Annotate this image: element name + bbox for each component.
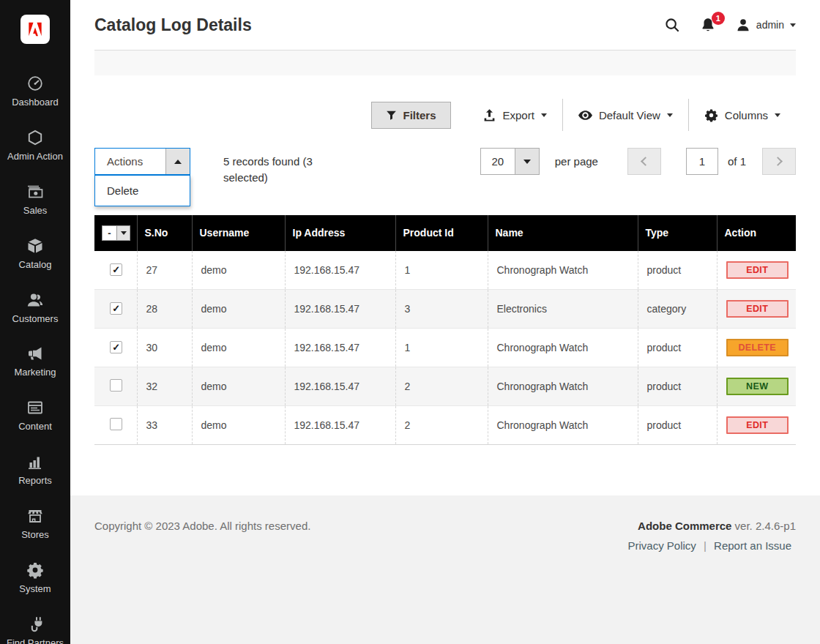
column-header-type[interactable]: Type [638, 215, 717, 251]
sidebar-item-admin-action[interactable]: Admin Action [0, 129, 70, 163]
export-label: Export [503, 109, 534, 121]
chevron-right-icon [773, 157, 783, 166]
page-size-select[interactable]: 20 [480, 148, 540, 175]
cell-username: demo [192, 289, 285, 328]
column-header-sno[interactable]: S.No [137, 215, 192, 251]
admin-account-menu[interactable]: admin [736, 18, 796, 32]
default-view-button[interactable]: Default View [563, 102, 688, 129]
sidebar-item-reports[interactable]: Reports [0, 453, 70, 487]
search-icon[interactable] [664, 17, 680, 33]
action-badge: NEW [726, 378, 789, 395]
chevron-down-icon[interactable] [515, 149, 539, 174]
column-header-action[interactable]: Action [717, 215, 796, 251]
sidebar-item-system[interactable]: System [0, 561, 70, 596]
cell-name: Chronograph Watch [488, 328, 638, 367]
previous-page-button[interactable] [627, 148, 661, 175]
action-badge: EDIT [726, 300, 789, 318]
cell-username: demo [192, 405, 285, 444]
cell-product-id: 2 [395, 367, 488, 405]
cell-action: DELETE [717, 328, 796, 367]
select-all-control[interactable]: - [102, 225, 130, 241]
action-badge: EDIT [726, 416, 789, 434]
sidebar-item-sales[interactable]: Sales [0, 183, 70, 217]
cell-name: Electronics [488, 289, 638, 328]
cell-ip-address: 192.168.15.47 [285, 405, 395, 444]
main-area: Catalog Log Details 1 admin [70, 0, 820, 644]
sales-icon [26, 183, 44, 201]
column-header-ip-address[interactable]: Ip Address [285, 215, 395, 251]
cell-sno: 27 [137, 251, 192, 290]
cell-username: demo [192, 328, 285, 367]
privacy-policy-link[interactable]: Privacy Policy [627, 539, 696, 552]
row-checkbox[interactable] [110, 302, 122, 315]
column-header-name[interactable]: Name [488, 215, 638, 251]
sidebar-item-stores[interactable]: Stores [0, 507, 70, 542]
row-checkbox[interactable] [110, 379, 122, 392]
cell-ip-address: 192.168.15.47 [285, 328, 395, 367]
chevron-up-icon[interactable] [165, 149, 190, 174]
dashboard-icon [26, 75, 44, 92]
adobe-logo[interactable] [20, 15, 50, 44]
current-page-input[interactable] [686, 148, 718, 175]
cell-product-id: 1 [395, 251, 488, 290]
data-grid: - S.No Username Ip Address Product Id Na… [70, 215, 820, 445]
report-issue-link[interactable]: Report an Issue [714, 539, 791, 552]
actions-button[interactable]: Actions [94, 148, 190, 175]
page-size-value: 20 [481, 149, 515, 174]
page-title: Catalog Log Details [94, 15, 664, 35]
columns-button[interactable]: Columns [689, 102, 796, 129]
admin-username: admin [756, 19, 784, 31]
cell-product-id: 3 [395, 289, 488, 328]
table-row: 30demo192.168.15.471Chronograph Watchpro… [94, 328, 796, 367]
cell-checkbox [94, 328, 137, 367]
chevron-down-icon[interactable] [116, 226, 130, 240]
adobe-a-icon [26, 20, 45, 39]
cell-name: Chronograph Watch [488, 251, 638, 290]
cell-type: product [638, 367, 717, 405]
content-icon [26, 399, 44, 416]
table-row: 33demo192.168.15.472Chronograph Watchpro… [94, 405, 796, 444]
action-badge: EDIT [726, 261, 789, 279]
footer-links: Privacy Policy | Report an Issue [94, 539, 796, 552]
column-header-product-id[interactable]: Product Id [395, 215, 488, 251]
chevron-down-icon [541, 113, 547, 117]
actions-menu: Delete [94, 175, 190, 206]
notification-badge: 1 [712, 12, 725, 25]
menu-item-delete[interactable]: Delete [95, 176, 190, 206]
header-actions: 1 admin [664, 17, 796, 33]
links-separator: | [704, 539, 707, 552]
sidebar-item-content[interactable]: Content [0, 399, 70, 433]
chevron-down-icon [667, 113, 673, 117]
reports-icon [26, 453, 44, 471]
chevron-down-icon [775, 113, 780, 117]
column-header-username[interactable]: Username [192, 215, 285, 251]
row-checkbox[interactable] [110, 263, 122, 276]
export-icon [482, 108, 496, 122]
filters-button[interactable]: Filters [371, 102, 451, 129]
cell-ip-address: 192.168.15.47 [285, 367, 395, 405]
row-checkbox[interactable] [110, 341, 122, 353]
notifications-bell-icon[interactable]: 1 [700, 17, 716, 33]
cell-type: product [638, 405, 717, 444]
cell-username: demo [192, 251, 285, 290]
table-row: 27demo192.168.15.471Chronograph Watchpro… [94, 251, 796, 290]
sidebar-menu: DashboardAdmin ActionSalesCatalogCustome… [0, 75, 70, 644]
cell-checkbox [94, 405, 137, 444]
sidebar-item-find-partners-extensions[interactable]: Find Partners & Extensions [0, 615, 70, 644]
row-checkbox[interactable] [110, 418, 122, 430]
sidebar-item-customers[interactable]: Customers [0, 291, 70, 326]
columns-label: Columns [725, 109, 768, 121]
sidebar-item-dashboard[interactable]: Dashboard [0, 75, 70, 109]
user-icon [736, 18, 750, 32]
cell-type: product [638, 328, 717, 367]
cell-name: Chronograph Watch [488, 405, 638, 444]
select-all-checkbox[interactable]: - [102, 226, 116, 240]
next-page-button[interactable] [762, 148, 796, 175]
export-button[interactable]: Export [467, 102, 562, 129]
records-summary: 5 records found (3 selected) [223, 148, 337, 186]
catalog-icon [26, 237, 44, 255]
sidebar-item-marketing[interactable]: Marketing [0, 345, 70, 379]
sidebar-item-catalog[interactable]: Catalog [0, 237, 70, 272]
cell-sno: 33 [137, 405, 192, 444]
cell-action: EDIT [717, 251, 796, 290]
